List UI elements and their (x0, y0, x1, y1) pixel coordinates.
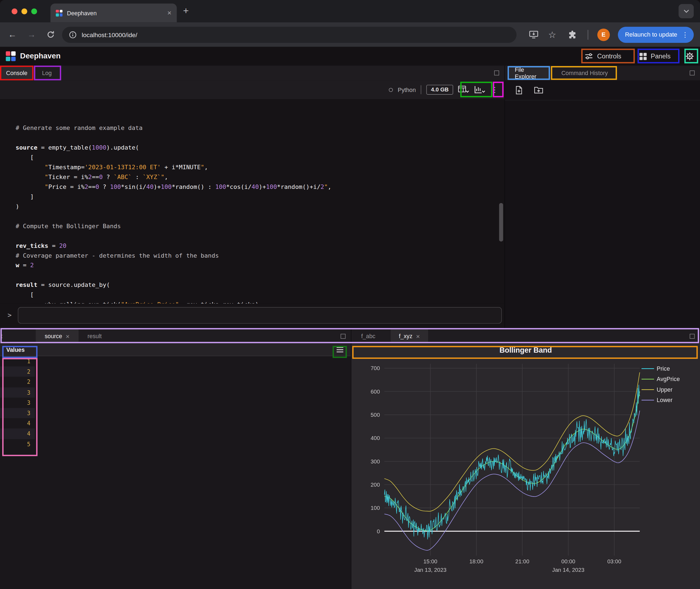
maximize-panel-icon[interactable] (690, 70, 695, 75)
tab-search-button[interactable] (679, 4, 694, 18)
code-editor[interactable]: # Generate some random example data sour… (0, 99, 505, 304)
code-line: "Price = i%2==0 ? 100*sin(i/40)+100*rand… (16, 182, 505, 192)
table-cell-value[interactable]: 3 (0, 398, 35, 408)
svg-text:Jan 13, 2023: Jan 13, 2023 (414, 567, 447, 573)
console-prompt: > (8, 311, 12, 319)
table-row[interactable]: 4 (0, 418, 351, 428)
tab-close-icon[interactable]: × (167, 9, 171, 16)
svg-text:0: 0 (377, 528, 380, 535)
back-button[interactable]: ← (8, 30, 16, 40)
site-info-icon[interactable] (69, 31, 77, 38)
maximize-panel-icon[interactable] (690, 334, 695, 339)
close-icon[interactable]: × (416, 333, 420, 340)
table-menu-icon[interactable] (336, 347, 344, 352)
table-row[interactable]: 2 (0, 367, 351, 377)
maximize-panel-icon[interactable] (494, 70, 499, 75)
table-row[interactable]: 2 (0, 377, 351, 387)
table-row[interactable]: 3 (0, 408, 351, 418)
panels-button[interactable]: Panels (635, 49, 675, 63)
table-row[interactable]: 3 (0, 398, 351, 408)
relaunch-label: Relaunch to update (625, 31, 677, 38)
tab-label: f_xyz (399, 333, 412, 340)
toolbar-separator (421, 85, 421, 94)
svg-text:400: 400 (370, 435, 380, 441)
console-overflow-menu-icon[interactable]: ⋮ (490, 85, 499, 94)
table-cell-value[interactable]: 2 (0, 367, 35, 377)
window-fullscreen-button[interactable] (31, 8, 37, 14)
tab-label: Log (42, 69, 52, 76)
bookmark-star-icon[interactable]: ☆ (548, 29, 556, 40)
settings-button[interactable] (684, 52, 696, 61)
new-tab-button[interactable]: + (183, 5, 189, 17)
deephaven-favicon (56, 10, 62, 16)
chart-title: Bollinger Band (351, 343, 700, 357)
code-editor-content: # Generate some random example data sour… (16, 123, 505, 304)
close-icon[interactable]: × (66, 333, 69, 340)
tab-label: File Explorer (515, 66, 544, 80)
new-file-button[interactable] (515, 86, 523, 95)
reload-button[interactable] (46, 30, 55, 39)
tab-console[interactable]: Console (0, 65, 34, 80)
table-cell-value[interactable]: 3 (0, 408, 35, 418)
extensions-button[interactable] (568, 30, 577, 39)
svg-text:18:00: 18:00 (469, 558, 483, 564)
tab-file-explorer[interactable]: File Explorer (508, 65, 550, 80)
python-status-icon (389, 87, 393, 92)
table-row[interactable]: 5 (0, 439, 351, 449)
controls-button[interactable]: Controls (580, 49, 626, 63)
window-close-button[interactable] (12, 8, 17, 14)
screenshot-root: Deephaven × + ← → localhost:10000/ide/ ☆… (0, 0, 700, 589)
address-bar[interactable]: localhost:10000/ide/ (62, 26, 517, 43)
file-explorer-panel: File Explorer Command History (505, 65, 700, 329)
table-cell-value[interactable]: 2 (0, 377, 35, 387)
tab-source[interactable]: source × (36, 330, 78, 343)
code-line: # Generate some random example data (16, 123, 505, 133)
browser-menu-icon[interactable]: ⋮ (682, 31, 689, 38)
explorer-body[interactable] (505, 101, 700, 330)
tab-partial[interactable]: t (1, 330, 6, 343)
relaunch-button[interactable]: Relaunch to update ⋮ (618, 26, 694, 43)
tab-result[interactable]: result (81, 330, 108, 343)
window-controls (12, 8, 37, 14)
install-app-button[interactable] (529, 30, 538, 39)
maximize-panel-icon[interactable] (341, 334, 346, 339)
editor-scrollbar[interactable] (499, 203, 503, 241)
new-folder-button[interactable] (534, 86, 543, 94)
window-minimize-button[interactable] (21, 8, 27, 14)
tab-label: source (45, 333, 62, 340)
profile-avatar[interactable]: E (597, 28, 610, 41)
table-cell-value[interactable]: 1 (0, 356, 35, 367)
browser-tab-deephaven[interactable]: Deephaven × (50, 4, 177, 22)
memory-usage-chip: 4.0 GB (426, 85, 453, 95)
code-line: w = 2 (16, 260, 505, 270)
table-row[interactable]: 3 (0, 387, 351, 398)
tab-command-history[interactable]: Command History (552, 65, 617, 80)
code-line (16, 211, 505, 221)
bollinger-chart[interactable]: 010020030040050060070015:0018:0021:0000:… (351, 357, 700, 589)
tab-f-abc[interactable]: f_abc (355, 330, 382, 343)
puzzle-icon (568, 30, 577, 39)
svg-text:03:00: 03:00 (607, 558, 621, 564)
code-line (16, 133, 505, 143)
svg-text:Upper: Upper (657, 386, 672, 393)
column-header-values[interactable]: Values (0, 346, 25, 353)
tab-f-xyz[interactable]: f_xyz × (391, 330, 428, 343)
table-panel: t source × result Values 122333445 (0, 330, 351, 589)
console-input[interactable] (18, 307, 502, 324)
forward-button[interactable]: → (27, 30, 36, 40)
code-line: [ (16, 152, 505, 162)
panels-grid-icon (639, 52, 647, 60)
chart-body: Bollinger Band 010020030040050060070015:… (351, 343, 700, 589)
table-row[interactable]: 4 (0, 428, 351, 439)
table-cell-value[interactable]: 5 (0, 439, 35, 449)
table-cell-value[interactable]: 4 (0, 428, 35, 439)
tab-log[interactable]: Log (34, 65, 60, 80)
svg-text:00:00: 00:00 (561, 558, 575, 564)
table-row[interactable]: 1 (0, 356, 351, 367)
panels-label: Panels (651, 53, 671, 60)
tab-label: Console (6, 69, 27, 76)
table-cell-value[interactable]: 4 (0, 418, 35, 428)
table-cell-value[interactable]: 3 (0, 387, 35, 398)
open-chart-panels-button[interactable] (474, 85, 485, 94)
open-table-panels-button[interactable] (458, 85, 469, 94)
